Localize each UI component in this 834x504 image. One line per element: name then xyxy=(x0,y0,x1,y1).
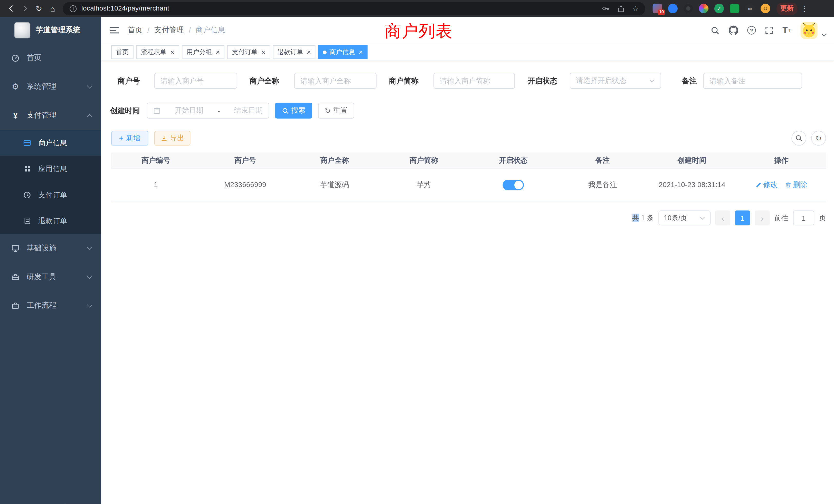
sidebar: 芋道管理系统 首页 ⚙ 系统管理 ¥ 支付管理 xyxy=(0,17,101,504)
breadcrumb-payment[interactable]: 支付管理 xyxy=(154,25,184,35)
sidebar-item-workflow[interactable]: 工作流程 xyxy=(0,291,101,320)
close-icon[interactable]: × xyxy=(359,49,363,56)
search-icon xyxy=(282,107,289,114)
password-key-icon[interactable] xyxy=(602,4,610,13)
status-toggle[interactable] xyxy=(503,179,524,190)
screenshot-root: ↻ ⌂ localhost:1024/pay/merchant ☆ 10 xyxy=(0,0,834,504)
sidebar-item-payment[interactable]: ¥ 支付管理 xyxy=(0,101,101,130)
sidebar-item-app-info[interactable]: 应用信息 xyxy=(0,156,101,182)
sidebar-item-refund-order[interactable]: 退款订单 xyxy=(0,208,101,234)
tab-merchant-info[interactable]: 商户信息× xyxy=(318,45,368,59)
browser-menu-icon[interactable]: ⋮ xyxy=(797,2,811,16)
cell-remark: 我是备注 xyxy=(558,180,647,189)
page-content: 商户号 商户全称 商户简称 开启状态 请选择开启状态 备注 创建时间 xyxy=(101,61,834,504)
address-bar[interactable]: localhost:1024/pay/merchant ☆ xyxy=(63,2,645,15)
browser-update-button[interactable]: 更新 xyxy=(776,2,797,15)
briefcase-icon xyxy=(10,301,20,310)
site-info-icon[interactable] xyxy=(69,5,77,13)
date-start-placeholder: 开始日期 xyxy=(175,106,203,115)
reset-button[interactable]: ↻ 重置 xyxy=(318,102,354,118)
prev-page-button[interactable]: ‹ xyxy=(716,210,730,225)
card-icon xyxy=(22,139,32,147)
tab-refund-order[interactable]: 退款订单× xyxy=(273,45,315,59)
home-icon[interactable]: ⌂ xyxy=(46,2,60,16)
chevron-down-icon xyxy=(699,215,705,221)
refresh-table-icon-button[interactable]: ↻ xyxy=(811,131,826,146)
sidebar-item-merchant-info[interactable]: 商户信息 xyxy=(0,130,101,156)
export-button[interactable]: 导出 xyxy=(154,131,191,146)
delete-link[interactable]: 删除 xyxy=(785,180,807,189)
breadcrumb-home[interactable]: 首页 xyxy=(128,25,142,35)
close-icon[interactable]: × xyxy=(307,49,311,56)
create-time-range-picker[interactable]: 开始日期 - 结束日期 xyxy=(147,102,269,118)
refresh-icon: ↻ xyxy=(325,107,331,114)
short-name-label: 商户简称 xyxy=(387,73,419,89)
status-label: 开启状态 xyxy=(526,73,557,89)
sidebar-item-devtools[interactable]: 研发工具 xyxy=(0,262,101,291)
search-icon[interactable] xyxy=(711,26,720,35)
sidebar-toggle-icon[interactable] xyxy=(110,26,119,35)
tab-home[interactable]: 首页 xyxy=(111,45,133,59)
back-icon[interactable] xyxy=(4,2,18,16)
font-size-icon[interactable]: TT xyxy=(783,25,791,35)
share-icon[interactable] xyxy=(617,5,625,13)
search-button[interactable]: 搜索 xyxy=(275,102,312,118)
extension-puzzle-icon[interactable]: 10 xyxy=(653,4,662,13)
gear-icon: ⚙ xyxy=(10,82,20,91)
goto-page-input[interactable] xyxy=(793,210,814,225)
cell-full-name: 芋道源码 xyxy=(290,180,379,189)
edit-link[interactable]: 修改 xyxy=(755,180,777,189)
calendar-icon xyxy=(153,107,161,114)
sidebar-item-home[interactable]: 首页 xyxy=(0,44,101,72)
profile-avatar-icon[interactable] xyxy=(761,4,770,13)
bookmark-star-icon[interactable]: ☆ xyxy=(632,4,639,13)
clock-icon xyxy=(22,191,32,199)
active-dot xyxy=(323,50,327,54)
pagination-total: 共 1 条 xyxy=(632,213,654,223)
forward-icon[interactable] xyxy=(18,2,32,16)
tab-user-group[interactable]: 用户分组× xyxy=(182,45,225,59)
extension-green-square-icon[interactable] xyxy=(730,4,739,13)
cell-actions: 修改 删除 xyxy=(737,180,826,189)
browser-toolbar: ↻ ⌂ localhost:1024/pay/merchant ☆ 10 xyxy=(0,0,834,17)
extension-drop-icon[interactable] xyxy=(668,4,678,13)
breadcrumb-separator: / xyxy=(147,26,150,35)
next-page-button[interactable]: › xyxy=(755,210,770,225)
extension-check-icon[interactable]: ✓ xyxy=(714,4,724,13)
close-icon[interactable]: × xyxy=(261,49,265,56)
remark-label: 备注 xyxy=(665,73,697,89)
merchant-no-input[interactable] xyxy=(154,73,237,89)
chevron-down-icon xyxy=(87,302,92,307)
extension-dark-icon[interactable] xyxy=(683,4,693,13)
reload-icon[interactable]: ↻ xyxy=(32,2,46,16)
tab-payment-order[interactable]: 支付订单× xyxy=(227,45,270,59)
extension-knot-icon[interactable]: ∞ xyxy=(745,4,755,13)
table-header-row: 商户编号 商户号 商户全称 商户简称 开启状态 备注 创建时间 操作 xyxy=(111,153,826,168)
full-name-input[interactable] xyxy=(294,73,377,89)
fullscreen-icon[interactable] xyxy=(765,26,773,35)
user-dropdown-caret-icon[interactable] xyxy=(822,32,826,37)
top-navbar: 首页 / 支付管理 / 商户信息 ? xyxy=(101,17,834,44)
download-icon xyxy=(160,135,168,142)
page-unit-label: 页 xyxy=(819,213,826,223)
toggle-search-icon-button[interactable] xyxy=(791,131,806,146)
sidebar-item-system[interactable]: ⚙ 系统管理 xyxy=(0,72,101,101)
sidebar-item-infrastructure[interactable]: 基础设施 xyxy=(0,234,101,262)
sidebar-item-payment-order[interactable]: 支付订单 xyxy=(0,182,101,208)
extension-badge: 10 xyxy=(658,9,665,15)
help-icon[interactable]: ? xyxy=(747,26,756,35)
page-1-button[interactable]: 1 xyxy=(735,210,750,225)
status-select[interactable]: 请选择开启状态 xyxy=(570,73,661,89)
grid-icon xyxy=(22,165,32,173)
add-button[interactable]: + 新增 xyxy=(111,131,148,146)
cell-merchant-no: M233666999 xyxy=(200,181,290,189)
user-avatar[interactable] xyxy=(800,22,817,39)
github-icon[interactable] xyxy=(729,25,738,35)
close-icon[interactable]: × xyxy=(216,49,220,56)
tab-process-form[interactable]: 流程表单× xyxy=(136,45,179,59)
short-name-input[interactable] xyxy=(434,73,515,89)
page-size-select[interactable]: 10条/页 xyxy=(658,210,710,225)
extension-colorwheel-icon[interactable] xyxy=(699,4,708,13)
remark-input[interactable] xyxy=(703,73,802,89)
close-icon[interactable]: × xyxy=(170,49,174,56)
